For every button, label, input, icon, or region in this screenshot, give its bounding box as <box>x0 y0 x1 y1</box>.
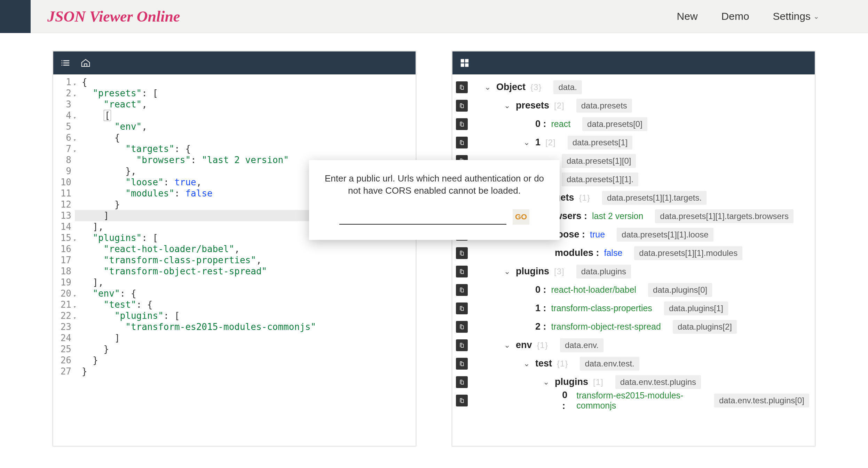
nav: New Demo Settings ⌄ <box>677 10 868 22</box>
house-icon[interactable] <box>80 58 91 68</box>
line-number: 1 <box>53 76 71 88</box>
tree-value: true <box>590 229 605 240</box>
copy-icon[interactable] <box>456 284 468 296</box>
code-line[interactable]: "env", <box>82 121 416 132</box>
tree-path: data.env.test.plugins <box>615 375 701 389</box>
line-number: 9 <box>53 166 71 177</box>
code-line[interactable]: "env": { <box>82 288 416 299</box>
tree-path: data.presets[1][1].targets. <box>602 191 707 205</box>
tree-key: Object <box>496 82 526 92</box>
code-line[interactable]: { <box>82 76 416 88</box>
copy-icon[interactable] <box>456 376 468 388</box>
editor-toolbar <box>53 51 416 74</box>
app-header: JSON Viewer Online New Demo Settings ⌄ <box>0 0 868 33</box>
line-number: 19 <box>53 277 71 288</box>
json-tree[interactable]: ⌄Object{3}data.⌄presets[2]data.presets 0… <box>452 74 815 413</box>
tree-path: data.env. <box>560 338 603 352</box>
tree-row[interactable]: ⌄plugins[3]data.plugins <box>456 262 809 281</box>
code-line[interactable]: } <box>82 355 416 366</box>
copy-icon[interactable] <box>456 137 468 148</box>
chevron-down-icon[interactable]: ⌄ <box>523 359 530 368</box>
tree-path: data.plugins[1] <box>664 301 728 315</box>
code-line[interactable]: "transform-class-properties", <box>82 255 416 266</box>
line-number: 6 <box>53 132 71 143</box>
go-button[interactable]: GO <box>513 209 529 225</box>
tree-path: data.plugins[0] <box>648 283 712 297</box>
tree-count: {3} <box>530 82 542 92</box>
copy-icon[interactable] <box>456 321 468 333</box>
tree-row[interactable]: ⌄1[2]data.presets[1] <box>456 133 809 152</box>
tree-row[interactable]: ⌄env{1}data.env. <box>456 336 809 354</box>
tree-path: data.plugins[2] <box>673 320 737 334</box>
line-number: 24 <box>53 332 71 344</box>
tree-value: transform-class-properties <box>551 303 652 313</box>
tree-row[interactable]: 1 :transform-class-propertiesdata.plugin… <box>456 299 809 317</box>
tree-path: data.presets[1][1].modules <box>634 246 742 260</box>
tree-path: data. <box>553 80 582 94</box>
line-number: 3 <box>53 99 71 110</box>
line-number: 15 <box>53 232 71 243</box>
chevron-down-icon[interactable]: ⌄ <box>484 83 491 92</box>
nav-settings[interactable]: Settings ⌄ <box>773 10 819 22</box>
chevron-down-icon[interactable]: ⌄ <box>523 138 530 147</box>
tree-key: 0 : <box>535 119 546 129</box>
tree-row[interactable]: ⌄Object{3}data. <box>456 78 809 96</box>
tree-row[interactable]: 0 :transform-es2015-modules-commonjsdata… <box>456 391 809 410</box>
code-line[interactable]: "test": { <box>82 299 416 310</box>
code-line[interactable]: "transform-es2015-modules-commonjs" <box>82 321 416 332</box>
tree-row[interactable]: ⌄plugins[1]data.env.test.plugins <box>456 373 809 391</box>
code-line[interactable]: [ <box>82 110 416 121</box>
line-number: 8 <box>53 154 71 166</box>
tree-path: data.presets[0] <box>582 117 647 131</box>
tree-row[interactable]: 0 :reactdata.presets[0] <box>456 115 809 133</box>
tree-panel: ⌄Object{3}data.⌄presets[2]data.presets 0… <box>451 50 816 447</box>
copy-icon[interactable] <box>456 266 468 277</box>
line-number: 12 <box>53 199 71 210</box>
tree-path: data.presets <box>576 99 632 113</box>
code-line[interactable]: "plugins": [ <box>82 310 416 321</box>
tree-row[interactable]: ⌄presets[2]data.presets <box>456 96 809 115</box>
chevron-down-icon[interactable]: ⌄ <box>542 378 550 387</box>
copy-icon[interactable] <box>456 358 468 370</box>
code-line[interactable]: } <box>82 344 416 355</box>
nav-demo[interactable]: Demo <box>721 10 749 22</box>
copy-icon[interactable] <box>456 100 468 112</box>
tree-row[interactable]: modules :falsedata.presets[1][1].modules <box>456 244 809 262</box>
dialog-message: Enter a public url. Urls which need auth… <box>323 172 546 197</box>
tree-key: plugins <box>555 377 588 387</box>
tree-row[interactable]: 0 :react-hot-loader/babeldata.plugins[0] <box>456 281 809 299</box>
line-number: 20 <box>53 288 71 299</box>
code-line[interactable]: ] <box>82 332 416 344</box>
copy-icon[interactable] <box>456 118 468 130</box>
code-line[interactable]: "transform-object-rest-spread" <box>82 266 416 277</box>
line-number: 18 <box>53 266 71 277</box>
copy-icon[interactable] <box>456 339 468 351</box>
chevron-down-icon[interactable]: ⌄ <box>503 101 511 110</box>
code-line[interactable]: { <box>82 132 416 143</box>
code-line[interactable]: "react", <box>82 99 416 110</box>
chevron-down-icon[interactable]: ⌄ <box>503 341 511 350</box>
tree-key: test <box>535 358 552 369</box>
tree-value: react-hot-loader/babel <box>551 285 637 295</box>
numbered-list-icon[interactable] <box>60 58 71 68</box>
copy-icon[interactable] <box>456 247 468 259</box>
code-line[interactable]: "react-hot-loader/babel", <box>82 243 416 255</box>
tree-key: 2 : <box>535 321 546 332</box>
code-line[interactable]: "targets": { <box>82 143 416 154</box>
copy-icon[interactable] <box>456 302 468 314</box>
chevron-down-icon[interactable]: ⌄ <box>503 267 511 276</box>
grid-icon[interactable] <box>459 58 470 68</box>
nav-new[interactable]: New <box>677 10 698 22</box>
tree-value: transform-es2015-modules-commonjs <box>576 390 702 411</box>
code-line[interactable]: "presets": [ <box>82 88 416 99</box>
copy-icon[interactable] <box>456 395 468 406</box>
tree-row[interactable]: ⌄test{1}data.env.test. <box>456 354 809 373</box>
tree-key: plugins <box>516 266 549 277</box>
code-line[interactable]: } <box>82 366 416 377</box>
tree-row[interactable]: 2 :transform-object-rest-spreaddata.plug… <box>456 317 809 336</box>
code-line[interactable]: ], <box>82 277 416 288</box>
url-input[interactable] <box>339 210 506 225</box>
tree-value: false <box>604 248 623 258</box>
copy-icon[interactable] <box>456 81 468 93</box>
line-number: 10 <box>53 177 71 188</box>
